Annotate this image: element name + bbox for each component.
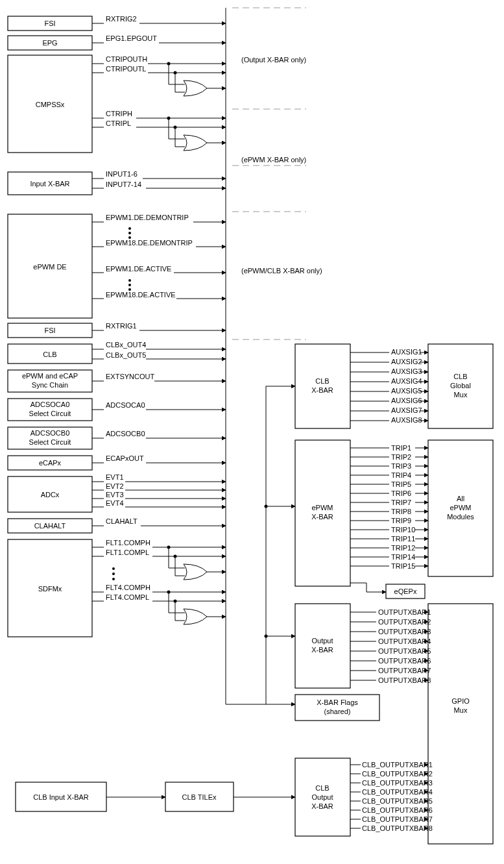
sig-input1-6: INPUT1-6 — [106, 170, 138, 178]
svg-text:TRIP3: TRIP3 — [391, 462, 411, 470]
svg-text:TRIP2: TRIP2 — [391, 453, 411, 461]
svg-text:All: All — [457, 495, 464, 502]
svg-text:ePWM and eCAP: ePWM and eCAP — [22, 372, 78, 380]
svg-text:Mux: Mux — [454, 391, 468, 399]
sig-flt1-compl: FLT1.COMPL — [106, 549, 149, 556]
svg-text:CLB: CLB — [453, 373, 467, 380]
svg-text:Output: Output — [311, 637, 333, 645]
svg-text:Global: Global — [450, 382, 471, 389]
svg-text:TRIP7: TRIP7 — [391, 499, 411, 506]
svg-point-102 — [112, 567, 115, 570]
sig-ecapxout: ECAPxOUT — [106, 454, 144, 462]
svg-point-43 — [128, 227, 131, 230]
clb-outputxbar-lines: CLB_OUTPUTXBAR1 CLB_OUTPUTXBAR2 CLB_OUTP… — [350, 761, 433, 832]
svg-text:ePWM DE: ePWM DE — [33, 263, 66, 271]
note-epwm-clb-xbar-only: (ePWM/CLB X-BAR only) — [241, 267, 322, 275]
svg-point-50 — [128, 279, 131, 282]
svg-text:Sync Chain: Sync Chain — [32, 381, 68, 389]
svg-text:Select Circuit: Select Circuit — [29, 410, 71, 417]
sig-rxtrig2: RXTRIG2 — [106, 15, 137, 23]
svg-text:Mux: Mux — [454, 706, 468, 714]
svg-text:CLB_OUTPUTXBAR3: CLB_OUTPUTXBAR3 — [362, 779, 433, 787]
svg-point-51 — [128, 284, 131, 286]
svg-text:Modules: Modules — [447, 513, 474, 521]
svg-text:CLB_OUTPUTXBAR8: CLB_OUTPUTXBAR8 — [362, 824, 433, 832]
svg-text:CLB: CLB — [315, 377, 329, 385]
svg-text:CLB TILEx: CLB TILEx — [182, 793, 217, 801]
svg-text:CLB: CLB — [315, 784, 329, 792]
block-diagram: (Output X-BAR only) (ePWM X-BAR only) (e… — [0, 0, 504, 864]
svg-text:TRIP11: TRIP11 — [391, 535, 415, 543]
svg-text:Select Circuit: Select Circuit — [29, 438, 71, 446]
svg-text:OUTPUTXBAR1: OUTPUTXBAR1 — [378, 608, 431, 616]
svg-point-123 — [265, 635, 268, 638]
svg-text:ePWM: ePWM — [312, 504, 333, 512]
svg-text:CLB: CLB — [43, 351, 56, 358]
svg-point-103 — [112, 573, 115, 575]
svg-text:Output: Output — [311, 793, 333, 801]
svg-text:ADCSOCA0: ADCSOCA0 — [30, 401, 70, 408]
svg-text:AUXSIG8: AUXSIG8 — [391, 416, 422, 424]
sig-flt1-comph: FLT1.COMPH — [106, 539, 150, 547]
svg-text:CMPSSx: CMPSSx — [36, 101, 65, 108]
svg-text:Input X-BAR: Input X-BAR — [30, 180, 69, 188]
svg-text:OUTPUTXBAR4: OUTPUTXBAR4 — [378, 637, 431, 645]
block-gpio-mux — [428, 604, 493, 844]
svg-text:AUXSIG6: AUXSIG6 — [391, 397, 422, 404]
svg-text:CLB_OUTPUTXBAR1: CLB_OUTPUTXBAR1 — [362, 761, 433, 769]
sig-clahalt: CLAHALT — [106, 517, 138, 525]
sig-epwm1-active: EPWM1.DE.ACTIVE — [106, 265, 171, 273]
svg-point-44 — [128, 232, 131, 234]
svg-text:TRIP10: TRIP10 — [391, 526, 415, 534]
svg-text:AUXSIG1: AUXSIG1 — [391, 348, 422, 356]
svg-text:X-BAR: X-BAR — [311, 386, 333, 394]
svg-text:CLB_OUTPUTXBAR4: CLB_OUTPUTXBAR4 — [362, 788, 433, 796]
svg-text:CLB_OUTPUTXBAR7: CLB_OUTPUTXBAR7 — [362, 815, 433, 823]
sig-flt4-comph: FLT4.COMPH — [106, 584, 150, 591]
svg-text:CLB Input X-BAR: CLB Input X-BAR — [33, 793, 89, 801]
svg-text:FSI: FSI — [44, 19, 55, 27]
svg-point-104 — [112, 578, 115, 580]
svg-text:OUTPUTXBAR2: OUTPUTXBAR2 — [378, 618, 431, 626]
note-epwm-xbar-only: (ePWM X-BAR only) — [241, 156, 306, 164]
svg-text:eQEPx: eQEPx — [394, 587, 417, 595]
svg-text:ADCx: ADCx — [41, 491, 60, 499]
svg-text:CLAHALT: CLAHALT — [34, 522, 66, 530]
svg-text:TRIP14: TRIP14 — [391, 553, 415, 561]
sig-ctripl: CTRIPL — [106, 119, 131, 127]
svg-text:eCAPx: eCAPx — [39, 459, 62, 467]
svg-text:AUXSIG7: AUXSIG7 — [391, 406, 422, 414]
note-output-xbar-only: (Output X-BAR only) — [241, 56, 306, 64]
svg-text:TRIP9: TRIP9 — [391, 517, 411, 525]
svg-text:AUXSIG5: AUXSIG5 — [391, 387, 422, 395]
svg-text:ePWM: ePWM — [450, 504, 472, 512]
svg-text:AUXSIG3: AUXSIG3 — [391, 367, 422, 375]
svg-text:AUXSIG4: AUXSIG4 — [391, 377, 422, 385]
sig-clbx-out4: CLBx_OUT4 — [106, 341, 146, 349]
svg-text:ADCSOCB0: ADCSOCB0 — [30, 429, 70, 437]
sig-epg1-epgout: EPG1.EPGOUT — [106, 34, 157, 42]
sig-evt3: EVT3 — [106, 491, 124, 499]
sig-adcsocb0: ADCSOCB0 — [106, 430, 145, 438]
svg-text:EPG: EPG — [42, 39, 57, 47]
svg-text:(shared): (shared) — [324, 708, 351, 715]
svg-text:TRIP8: TRIP8 — [391, 508, 411, 515]
sig-rxtrig1: RXTRIG1 — [106, 322, 137, 330]
sig-epwm1-demontrip: EPWM1.DE.DEMONTRIP — [106, 214, 189, 221]
svg-text:TRIP1: TRIP1 — [391, 444, 411, 452]
svg-text:OUTPUTXBAR3: OUTPUTXBAR3 — [378, 628, 431, 636]
svg-text:CLB_OUTPUTXBAR2: CLB_OUTPUTXBAR2 — [362, 770, 433, 778]
sig-ctripouth: CTRIPOUTH — [106, 55, 147, 63]
sig-epwm18-active: EPWM18.DE.ACTIVE — [106, 291, 176, 299]
svg-text:TRIP4: TRIP4 — [391, 471, 411, 479]
svg-text:CLB_OUTPUTXBAR6: CLB_OUTPUTXBAR6 — [362, 806, 433, 814]
svg-text:OUTPUTXBAR8: OUTPUTXBAR8 — [378, 676, 431, 684]
svg-text:OUTPUTXBAR5: OUTPUTXBAR5 — [378, 647, 431, 655]
sig-evt1: EVT1 — [106, 473, 124, 481]
svg-text:X-BAR: X-BAR — [311, 513, 333, 521]
svg-text:OUTPUTXBAR7: OUTPUTXBAR7 — [378, 667, 431, 674]
svg-text:TRIP5: TRIP5 — [391, 480, 411, 488]
svg-text:X-BAR Flags: X-BAR Flags — [317, 698, 358, 706]
sig-epwm18-demontrip: EPWM18.DE.DEMONTRIP — [106, 239, 193, 247]
svg-text:OUTPUTXBAR6: OUTPUTXBAR6 — [378, 657, 431, 665]
